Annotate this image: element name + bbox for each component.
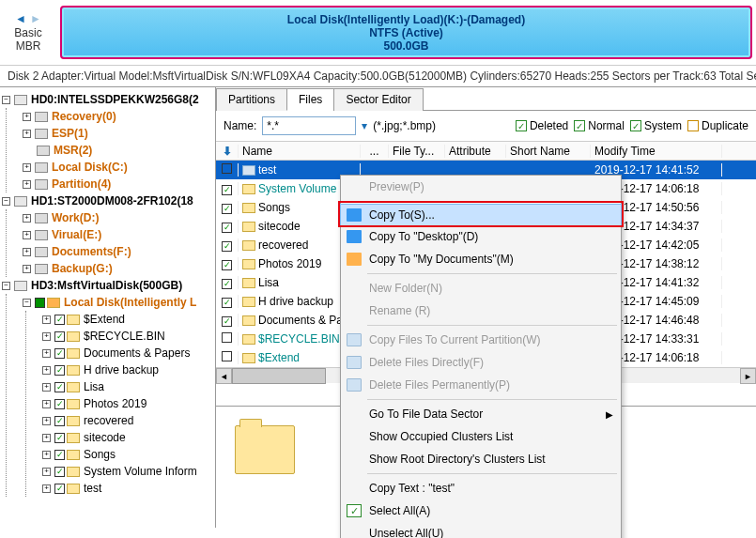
filter-deleted[interactable]: ✓Deleted [516, 119, 568, 132]
table-header: ⬇ Name ... File Ty... Attribute Short Na… [216, 142, 756, 161]
col-filetype[interactable]: File Ty... [389, 145, 445, 158]
file-name: Lisa [258, 276, 279, 289]
name-filter-label: Name: [224, 119, 256, 132]
tree-hd1[interactable]: HD1:ST2000DM008-2FR102(18 [31, 194, 193, 208]
checkbox-icon[interactable]: ✓ [54, 467, 65, 477]
menu-unselect-all[interactable]: Unselect All(U) [341, 522, 621, 538]
disk-banner[interactable]: Local Disk(Intelligently Load)(K:)-(Dama… [60, 6, 752, 59]
tree-folder[interactable]: $RECYCLE.BIN [84, 330, 165, 343]
menu-rename: Rename (R) [341, 300, 621, 322]
tab-sector-editor[interactable]: Sector Editor [333, 88, 423, 111]
checkbox-icon[interactable]: ✓ [54, 315, 65, 325]
row-checkbox[interactable]: ✓ [222, 204, 232, 214]
col-shortname[interactable]: Short Name [506, 145, 591, 158]
tree-folder[interactable]: System Volume Inform [84, 465, 197, 478]
folder-icon [67, 484, 80, 494]
folder-icon [242, 297, 255, 307]
tree-folder[interactable]: test [84, 482, 101, 495]
tree-hd3-main[interactable]: Local Disk(Intelligently L [64, 296, 196, 309]
checkbox-icon[interactable] [35, 298, 45, 308]
back-arrow-icon[interactable]: ◄ [15, 12, 26, 25]
menu-copy-mydocs[interactable]: Copy To "My Documents"(M) [341, 248, 621, 270]
checkbox-icon[interactable]: ✓ [54, 382, 65, 392]
folder-icon [242, 315, 255, 326]
submenu-arrow-icon: ▶ [606, 409, 613, 420]
row-checkbox[interactable]: ✓ [222, 185, 232, 195]
checkbox-icon[interactable]: ✓ [54, 348, 65, 359]
banner-size: 500.0GB [383, 39, 428, 53]
file-name: sitecode [258, 220, 301, 233]
tree-folder[interactable]: recovered [84, 414, 133, 427]
filter-normal[interactable]: ✓Normal [574, 119, 625, 132]
checkbox-icon[interactable]: ✓ [54, 365, 65, 376]
menu-show-occupied[interactable]: Show Occupied Clusters List [341, 425, 621, 448]
tab-bar: Partitions Files Sector Editor [216, 87, 756, 111]
checkbox-icon[interactable]: ✓ [54, 399, 65, 409]
collapse-icon[interactable]: − [2, 96, 10, 104]
col-name[interactable]: Name [239, 145, 361, 158]
folder-icon [242, 334, 255, 345]
tree-folder[interactable]: Photos 2019 [84, 397, 147, 410]
folder-icon [67, 467, 80, 477]
select-all-icon[interactable]: ⬇ [223, 145, 232, 158]
menu-delete-perm: Delete Files Permanently(P) [341, 374, 621, 396]
tab-partitions[interactable]: Partitions [216, 88, 287, 111]
tab-files[interactable]: Files [286, 88, 334, 111]
folder-icon [242, 222, 255, 232]
menu-select-all[interactable]: ✓Select All(A) [341, 500, 621, 522]
menu-copy-text[interactable]: Copy Text : "test" [341, 477, 621, 500]
folder-icon [67, 450, 80, 460]
tree-folder[interactable]: $Extend [84, 313, 125, 326]
tree-folder[interactable]: Lisa [84, 380, 104, 393]
forward-arrow-icon[interactable]: ► [30, 12, 41, 25]
name-filter-input[interactable] [262, 116, 356, 135]
menu-copy-to[interactable]: Copy To(S)... [340, 204, 622, 226]
tree-folder[interactable]: sitecode [84, 431, 126, 444]
row-checkbox[interactable]: ✓ [222, 260, 232, 270]
row-checkbox[interactable]: ✓ [222, 241, 232, 252]
tree-hd0[interactable]: HD0:INTELSSDPEKKW256G8(2 [31, 93, 199, 106]
tree-folder[interactable]: Documents & Papers [84, 346, 190, 360]
row-checkbox[interactable] [222, 332, 232, 343]
folder-icon [347, 253, 362, 266]
disk-icon [14, 281, 27, 291]
tree-folder[interactable]: H drive backup [84, 363, 159, 377]
folder-icon [67, 416, 80, 426]
menu-show-root[interactable]: Show Root Directory's Clusters List [341, 448, 621, 470]
filter-duplicate[interactable]: Duplicate [687, 119, 748, 132]
checkbox-icon[interactable]: ✓ [54, 484, 65, 494]
tree-folder[interactable]: Songs [84, 448, 116, 461]
dropdown-icon[interactable]: ▾ [362, 119, 367, 132]
col-modifytime[interactable]: Modify Time [591, 145, 722, 158]
menu-goto-sector[interactable]: Go To File Data Sector▶ [341, 403, 621, 425]
scroll-left-icon[interactable]: ◄ [216, 368, 232, 384]
row-checkbox[interactable]: ✓ [222, 298, 232, 308]
folder-icon [242, 184, 255, 194]
menu-copy-desktop[interactable]: Copy To "Desktop"(D) [341, 225, 621, 248]
row-checkbox[interactable] [222, 163, 232, 174]
scroll-thumb[interactable] [232, 368, 326, 384]
checkbox-icon[interactable]: ✓ [54, 416, 65, 426]
row-checkbox[interactable]: ✓ [222, 279, 232, 289]
menu-delete-direct: Delete Files Directly(F) [341, 351, 621, 374]
scroll-right-icon[interactable]: ► [740, 368, 756, 384]
adapter-info: Disk 2 Adapter:Virtual Model:MsftVirtual… [0, 66, 756, 86]
row-checkbox[interactable]: ✓ [222, 316, 232, 327]
folder-icon [67, 348, 80, 359]
tree-panel: −HD0:INTELSSDPEKKW256G8(2 +Recovery(0) +… [0, 87, 216, 528]
tree-hd3[interactable]: HD3:MsftVirtualDisk(500GB) [31, 279, 182, 292]
folder-icon [242, 240, 255, 251]
checkbox-icon: ✓ [347, 504, 362, 517]
checkbox-icon[interactable]: ✓ [54, 331, 65, 342]
checkbox-icon[interactable]: ✓ [54, 450, 65, 460]
file-name: Documents & Pa [258, 314, 343, 327]
checkbox-icon[interactable]: ✓ [54, 433, 65, 443]
row-checkbox[interactable]: ✓ [222, 223, 232, 233]
row-checkbox[interactable] [222, 351, 232, 361]
folder-icon [67, 433, 80, 443]
disk-icon [14, 196, 27, 207]
col-attribute[interactable]: Attribute [445, 145, 506, 158]
col-more[interactable]: ... [361, 145, 389, 158]
filter-system[interactable]: ✓System [630, 119, 682, 132]
folder-icon [347, 208, 362, 222]
